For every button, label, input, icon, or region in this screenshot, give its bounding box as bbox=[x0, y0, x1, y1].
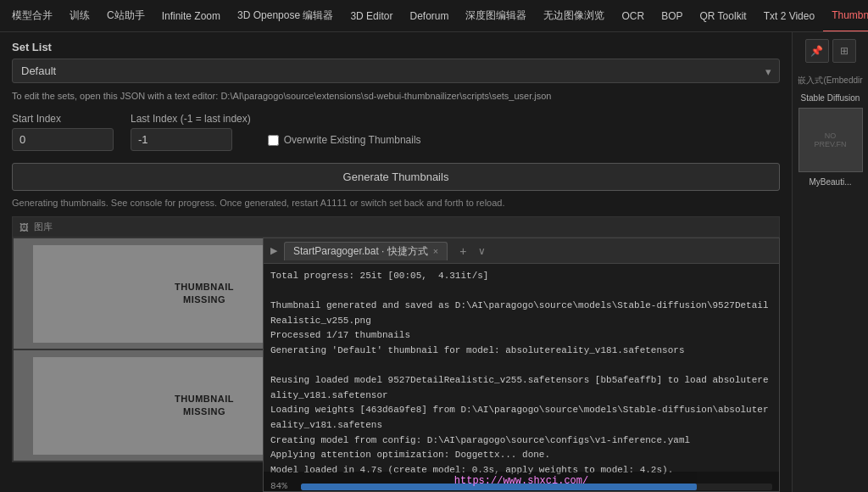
console-line-blank-1 bbox=[270, 359, 772, 374]
right-panel-icons: 📌 ⊞ bbox=[805, 39, 856, 63]
last-index-input[interactable] bbox=[131, 128, 232, 151]
console-line-1: Thumbnail generated and saved as D:\AI\p… bbox=[270, 299, 772, 328]
thumbnail-header: 🖼 图库 bbox=[13, 217, 779, 238]
console-new-tab-button[interactable]: + bbox=[454, 244, 471, 258]
console-line-7: Applying attention optimization: Doggett… bbox=[270, 448, 772, 463]
set-list-title: Set List bbox=[12, 41, 780, 53]
console-overlay: ▶ StartParagoger.bat · 快捷方式 × + ∨ Total … bbox=[263, 238, 780, 492]
nav-item-8[interactable]: 无边图像浏览 bbox=[535, 0, 613, 32]
expand-icon[interactable]: ⊞ bbox=[832, 39, 856, 63]
generate-thumbnails-button[interactable]: Generate Thumbnails bbox=[12, 163, 780, 191]
console-line-6: Creating model from config: D:\AI\parago… bbox=[270, 433, 772, 449]
console-header: ▶ StartParagoger.bat · 快捷方式 × + ∨ bbox=[264, 238, 779, 264]
overwrite-checkbox-group: Overwrite Existing Thumbnails bbox=[268, 134, 421, 151]
watermark: https://www.shxci.com/ bbox=[264, 472, 779, 491]
console-chevron-icon[interactable]: ∨ bbox=[478, 245, 486, 257]
console-line-4: Reusing loaded model 9527DetailRealistic… bbox=[270, 373, 772, 403]
nav-item-1[interactable]: 训练 bbox=[61, 0, 98, 32]
nav-item-0[interactable]: 模型合并 bbox=[3, 0, 61, 32]
model-name-label: MyBeauti... bbox=[796, 177, 865, 187]
gallery-label: 图库 bbox=[34, 221, 53, 233]
console-close-button[interactable]: × bbox=[433, 246, 438, 256]
console-line-5: Loading weights [463d6a9fe8] from D:\AI\… bbox=[270, 403, 772, 433]
nav-item-12[interactable]: Txt 2 Video bbox=[755, 0, 823, 32]
nav-item-thumbnailizer[interactable]: Thumbnailizer bbox=[823, 0, 868, 32]
index-form-row: Start Index Last Index (-1 = last index)… bbox=[12, 113, 780, 151]
last-index-group: Last Index (-1 = last index) bbox=[131, 113, 251, 151]
console-line-2: Processed 1/17 thumbnails bbox=[270, 328, 772, 344]
pin-icon[interactable]: 📌 bbox=[805, 39, 829, 63]
console-line-3: Generating 'Default' thumbnail for model… bbox=[270, 344, 772, 359]
top-navigation: 模型合并 训练 C站助手 Infinite Zoom 3D Openpose 编… bbox=[0, 0, 868, 32]
set-list-dropdown-container: Default ▾ bbox=[12, 59, 780, 83]
nav-item-11[interactable]: QR Toolkit bbox=[692, 0, 755, 32]
overwrite-label: Overwrite Existing Thumbnails bbox=[284, 134, 421, 146]
overwrite-checkbox[interactable] bbox=[268, 135, 279, 146]
set-list-dropdown[interactable]: Default bbox=[12, 59, 780, 83]
start-index-group: Start Index bbox=[12, 113, 114, 151]
nav-item-7[interactable]: 深度图编辑器 bbox=[457, 0, 535, 32]
nav-item-9[interactable]: OCR bbox=[613, 0, 653, 32]
console-tab-label: StartParagoger.bat · 快捷方式 bbox=[293, 244, 428, 259]
right-panel: 📌 ⊞ 嵌入式(Embeddir Stable Diffusion NOPREV… bbox=[792, 32, 868, 492]
nav-item-2[interactable]: C站助手 bbox=[98, 0, 153, 32]
nav-item-3[interactable]: Infinite Zoom bbox=[153, 0, 229, 32]
last-index-label: Last Index (-1 = last index) bbox=[131, 113, 251, 125]
nav-item-4[interactable]: 3D Openpose 编辑器 bbox=[229, 0, 342, 32]
gallery-icon: 🖼 bbox=[19, 222, 29, 232]
start-index-input[interactable] bbox=[12, 128, 114, 151]
no-prev-text: NOPREV.FN bbox=[814, 131, 846, 148]
nav-item-5[interactable]: 3D Editor bbox=[342, 0, 401, 32]
start-index-label: Start Index bbox=[12, 113, 114, 125]
nav-item-10[interactable]: BOP bbox=[653, 0, 691, 32]
console-tab[interactable]: StartParagoger.bat · 快捷方式 × bbox=[284, 242, 448, 260]
nav-item-6[interactable]: Deforum bbox=[401, 0, 457, 32]
status-text: Generating thumbnails. See console for p… bbox=[12, 198, 780, 208]
console-cmd-icon: ▶ bbox=[270, 245, 277, 256]
console-line-0: Total progress: 25it [00:05, 4.31it/s] bbox=[270, 269, 772, 284]
json-path-value: D:\AI\paragogo\source\extensions\sd-webu… bbox=[220, 91, 551, 101]
console-content: Total progress: 25it [00:05, 4.31it/s] T… bbox=[264, 264, 779, 491]
model-no-prev-thumbnail[interactable]: NOPREV.FN bbox=[798, 108, 863, 172]
json-path-info: To edit the sets, open this JSON with a … bbox=[12, 90, 780, 103]
stable-diffusion-label: Stable Diffusion bbox=[796, 93, 865, 103]
embedding-section-label: 嵌入式(Embeddir bbox=[796, 73, 865, 88]
console-line-blank-0 bbox=[270, 284, 772, 299]
